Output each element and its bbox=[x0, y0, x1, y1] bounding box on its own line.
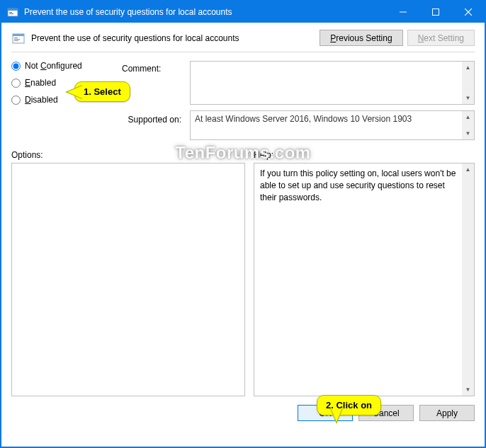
help-text: If you turn this policy setting on, loca… bbox=[260, 168, 456, 202]
scroll-down-icon[interactable]: ▼ bbox=[462, 92, 474, 104]
radio-disabled-input[interactable] bbox=[11, 96, 21, 105]
scrollbar[interactable]: ▲ ▼ bbox=[462, 163, 474, 396]
supported-label: Supported on: bbox=[122, 110, 186, 125]
supported-on-text: At least Windows Server 2016, Windows 10… bbox=[195, 114, 412, 124]
radio-not-configured[interactable]: Not Configured bbox=[11, 61, 118, 71]
previous-setting-button[interactable]: Previous Setting bbox=[320, 30, 402, 46]
svg-rect-12 bbox=[14, 40, 18, 41]
annotation-callout-2: 2. Click on bbox=[317, 395, 381, 415]
titlebar: Prevent the use of security questions fo… bbox=[1, 1, 485, 23]
minimize-button[interactable] bbox=[387, 1, 419, 23]
options-box bbox=[11, 163, 245, 396]
annotation-callout-1: 1. Select bbox=[74, 81, 130, 102]
help-box: If you turn this policy setting on, loca… bbox=[254, 163, 475, 396]
page-title: Prevent the use of security questions fo… bbox=[31, 33, 314, 43]
maximize-button[interactable] bbox=[419, 1, 452, 23]
radio-not-configured-input[interactable] bbox=[11, 62, 21, 71]
comment-textarea[interactable]: ▲ ▼ bbox=[190, 61, 475, 105]
comment-label: Comment: bbox=[122, 59, 186, 74]
svg-rect-3 bbox=[9, 13, 13, 14]
scroll-up-icon[interactable]: ▲ bbox=[462, 163, 474, 176]
divider bbox=[11, 52, 475, 52]
svg-rect-1 bbox=[8, 8, 18, 11]
header-row: Prevent the use of security questions fo… bbox=[11, 30, 475, 46]
window-title: Prevent the use of security questions fo… bbox=[24, 7, 387, 17]
scroll-up-icon[interactable]: ▲ bbox=[462, 62, 474, 74]
radio-enabled-input[interactable] bbox=[11, 79, 21, 88]
scroll-down-icon[interactable]: ▼ bbox=[462, 384, 474, 396]
svg-rect-10 bbox=[14, 38, 18, 38]
svg-rect-9 bbox=[13, 34, 24, 36]
help-label: Help: bbox=[254, 150, 475, 160]
scrollbar[interactable]: ▲ ▼ bbox=[462, 62, 474, 104]
svg-rect-5 bbox=[433, 9, 439, 16]
next-setting-button[interactable]: Next Setting bbox=[407, 30, 475, 46]
scrollbar[interactable]: ▲ ▼ bbox=[462, 111, 474, 139]
supported-on-box: At least Windows Server 2016, Windows 10… bbox=[190, 110, 475, 140]
svg-rect-11 bbox=[14, 39, 20, 40]
close-button[interactable] bbox=[452, 1, 485, 23]
scroll-up-icon[interactable]: ▲ bbox=[462, 111, 474, 123]
apply-button[interactable]: Apply bbox=[419, 405, 475, 421]
window-icon bbox=[7, 6, 18, 18]
scroll-down-icon[interactable]: ▼ bbox=[462, 127, 474, 139]
svg-rect-2 bbox=[9, 12, 12, 13]
policy-icon bbox=[11, 31, 26, 45]
options-label: Options: bbox=[11, 150, 245, 160]
